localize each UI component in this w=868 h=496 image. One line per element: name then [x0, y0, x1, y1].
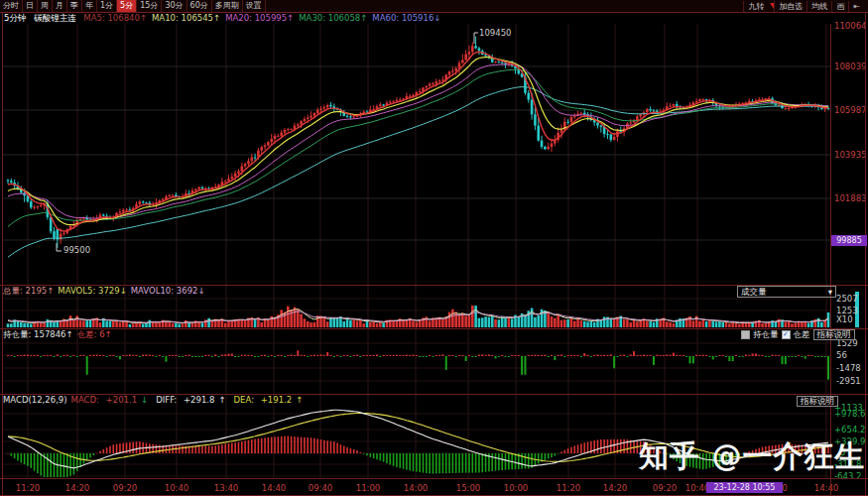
- info-bar: 5分钟 碳酸锂主连 MA5: 106840↑MA10: 106545↑MA20:…: [0, 13, 868, 24]
- separator: [0, 478, 868, 479]
- period-tab-3[interactable]: 月: [53, 0, 67, 12]
- toolbar-item-0[interactable]: 九转: [743, 1, 768, 12]
- period-tab-9[interactable]: 30分: [162, 0, 186, 12]
- pane-header-item: MAVOL10: 3692↓: [131, 286, 205, 296]
- watermark-handle: @一介狂生: [711, 438, 865, 473]
- volume-axis-label: 2507: [836, 294, 858, 304]
- ma-legend-item: MA5: 106840↑: [83, 13, 147, 23]
- period-tab-10[interactable]: 60分: [187, 0, 212, 12]
- time-axis-label: 09:20: [113, 483, 138, 493]
- posdiff-checkbox-label: 仓差: [794, 329, 810, 341]
- time-axis-label: 14:20: [603, 483, 628, 493]
- period-tab-5[interactable]: 年: [82, 0, 97, 12]
- volume-type-dropdown[interactable]: 成交量 ▾: [737, 286, 836, 298]
- time-axis-label: 0: [782, 483, 787, 493]
- macd-header-item: MACD: +201.1↓: [71, 395, 153, 405]
- instrument-name: 碳酸锂主连: [34, 13, 76, 23]
- position-diff-chart[interactable]: [0, 328, 868, 394]
- toolbar-item-3[interactable]: 画: [831, 1, 848, 12]
- time-axis-label: 09:40: [309, 483, 333, 493]
- time-axis-label: 14:00: [404, 483, 429, 493]
- ma-legend-item: MA30: 106058↑: [299, 13, 367, 23]
- position-checkbox[interactable]: [741, 330, 750, 339]
- macd-title: MACD(12,26,9): [3, 395, 67, 405]
- volume-header: 总量: 2195↑MAVOL5: 3729↓MAVOL10: 3692↓: [3, 286, 209, 297]
- period-tab-6[interactable]: 1分: [97, 0, 117, 12]
- position-axis-label: -1478: [836, 363, 861, 373]
- frame-right: [865, 0, 866, 496]
- time-axis-label: 11:20: [16, 483, 41, 493]
- time-axis-label: 14:40: [262, 483, 287, 493]
- position-axis-label: 56: [836, 350, 847, 360]
- period-tab-2[interactable]: 周: [38, 0, 53, 12]
- macd-header-item: DEA: +191.2↑: [234, 395, 308, 405]
- period-tab-11[interactable]: 多周期: [212, 0, 243, 12]
- axis-separator: [830, 24, 831, 496]
- posdiff-checkbox[interactable]: ✓: [782, 330, 791, 339]
- time-axis-label: 09:20: [653, 483, 678, 493]
- period-tab-4[interactable]: 季: [67, 0, 82, 12]
- ma-legend-item: MA10: 106545↑: [152, 13, 220, 23]
- separator: [0, 328, 868, 329]
- trading-app-window: 分时日周月季年1分5分15分30分60分多周期设置 九转加自选均线画⇤ 5分钟 …: [0, 0, 868, 496]
- position-legend: 持仓量 ✓ 仓差 指标说明: [741, 329, 858, 340]
- pane-header-item: 持仓量: 157846↑: [3, 329, 73, 339]
- candlestick-chart[interactable]: 10945099500: [0, 24, 868, 286]
- pane-header-item: 总量: 2195↑: [3, 286, 54, 296]
- ma-legend-item: MA60: 105916↓: [372, 13, 440, 23]
- price-axis-label: 103935: [834, 150, 866, 160]
- period-tabs: 分时日周月季年1分5分15分30分60分多周期设置: [0, 0, 266, 12]
- toolbar: 分时日周月季年1分5分15分30分60分多周期设置 九转加自选均线画⇤: [0, 0, 868, 13]
- indicator-help-button[interactable]: 指标说明: [813, 329, 855, 340]
- price-crosshair-badge: 99885: [831, 235, 867, 246]
- time-axis-label: 10:40: [165, 483, 189, 493]
- time-axis-label: 15:00: [456, 483, 481, 493]
- macd-header-item: DIFF: +291.8↑: [156, 395, 229, 405]
- position-checkbox-label: 持仓量: [753, 329, 779, 341]
- period-tab-0[interactable]: 分时: [0, 0, 23, 12]
- volume-axis-label: X10: [836, 314, 853, 324]
- macd-header: MACD(12,26,9)MACD: +201.1↓DIFF: +291.8↑D…: [3, 395, 314, 406]
- time-crosshair-badge: 23-12-28 10:55: [706, 482, 783, 493]
- position-axis-label: -2951: [836, 376, 861, 386]
- time-axis-label: 13:40: [214, 483, 239, 493]
- watermark-brand: 知乎: [639, 438, 700, 473]
- toolbar-item-1[interactable]: 加自选: [774, 1, 806, 12]
- collapse-icon[interactable]: ⇤: [848, 1, 864, 12]
- price-axis-label: 101883: [834, 193, 866, 203]
- time-axis-label: 14:40: [814, 483, 839, 493]
- period-tab-8[interactable]: 15分: [137, 0, 162, 12]
- macd-indicator-help-button[interactable]: 指标说明: [797, 396, 838, 407]
- pane-header-item: MAVOL5: 3729↓: [58, 286, 126, 296]
- time-axis-label: 14:20: [65, 483, 90, 493]
- time-axis-label: 11:00: [356, 483, 381, 493]
- volume-type-label: 成交量: [741, 287, 767, 297]
- macd-axis-label: +654.2: [834, 425, 865, 434]
- ma-legend-item: MA20: 105995↑: [225, 13, 294, 23]
- period-tab-1[interactable]: 日: [23, 0, 38, 12]
- price-axis-label: 105987: [834, 105, 866, 115]
- time-axis-label: 11:20: [557, 483, 581, 493]
- toolbar-item-2[interactable]: 均线: [806, 1, 831, 12]
- macd-axis-label: +978.6: [834, 409, 865, 419]
- svg-text:109450: 109450: [479, 28, 511, 38]
- time-axis-label: 10:00: [504, 483, 529, 493]
- period-tab-12[interactable]: 设置: [243, 0, 266, 12]
- price-axis-label: 108039: [834, 62, 866, 71]
- svg-text:99500: 99500: [63, 245, 90, 255]
- period-tab-7[interactable]: 5分: [117, 0, 137, 12]
- watermark: 知乎 @一介狂生: [639, 436, 865, 477]
- frame-left: [2, 0, 3, 496]
- chevron-down-icon: ▾: [828, 287, 832, 297]
- period-label: 5分钟: [4, 13, 26, 23]
- ma-legend: MA5: 106840↑MA10: 106545↑MA20: 105995↑MA…: [83, 13, 445, 23]
- pane-header-item: 仓差: 6↑: [77, 329, 112, 339]
- position-header: 持仓量: 157846↑仓差: 6↑: [3, 329, 116, 340]
- toolbar-right: 九转加自选均线画⇤: [743, 0, 868, 12]
